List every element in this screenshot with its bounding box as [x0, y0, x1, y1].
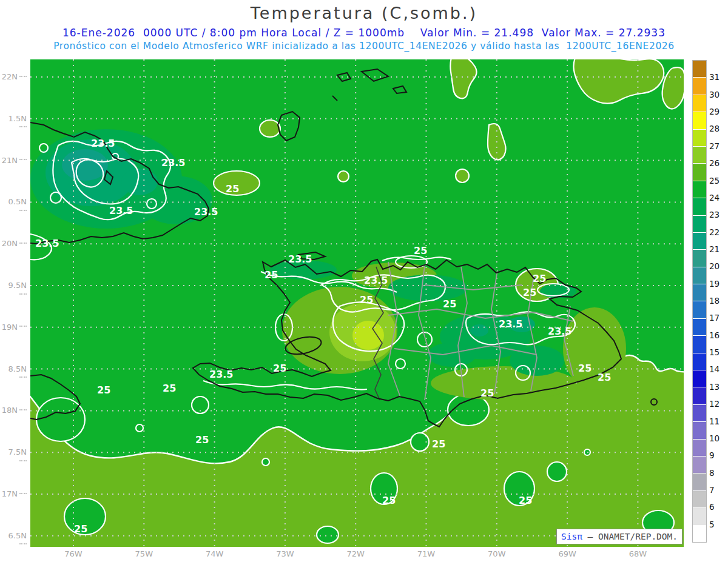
- lat-axis-label: 7.5N: [0, 447, 27, 466]
- lat-axis-label: 9.5N: [0, 281, 27, 299]
- colorbar-cell: [693, 181, 706, 198]
- contour-label: 25: [273, 363, 286, 374]
- watermark-org: – ONAMET/REP.DOM.: [582, 532, 678, 541]
- colorbar-tick-label: 18: [709, 296, 720, 306]
- lat-tick: [19, 409, 27, 413]
- lat-tick: [19, 243, 27, 246]
- colorbar-cell: [693, 215, 706, 232]
- lon-axis-label: 70W: [479, 549, 515, 558]
- contour-label: 25: [382, 495, 396, 506]
- colorbar-tick-label: 26: [709, 158, 720, 168]
- lat-axis-label: 8.5N: [0, 364, 27, 383]
- forecast-map: 23.523.523.523.523.523.523.523.523.523.5…: [0, 0, 728, 562]
- colorbar-cell: [693, 507, 706, 524]
- contour-label: 23.5: [91, 138, 115, 149]
- lon-axis-label: 74W: [197, 549, 233, 558]
- lat-tick: [19, 126, 27, 130]
- lat-axis-label: 21N: [0, 156, 27, 165]
- contour-label: 25: [226, 183, 239, 195]
- colorbar-cell: [693, 456, 706, 473]
- colorbar-tick-label: 12: [709, 399, 720, 409]
- colorbar-cell: [693, 353, 706, 370]
- contour-label: 25: [195, 434, 209, 446]
- colorbar-cell: [693, 404, 706, 421]
- lon-axis-label: 75W: [126, 549, 162, 558]
- contour-label: 25: [443, 298, 456, 310]
- colorbar-tick-label: 28: [709, 124, 720, 133]
- colorbar-cell: [693, 473, 706, 490]
- colorbar-cell: [693, 267, 706, 284]
- contour-label: 25: [265, 269, 278, 281]
- colorbar-tick-label: 22: [709, 227, 720, 237]
- colorbar-tick-label: 7: [709, 485, 715, 495]
- lon-axis-label: 69W: [549, 549, 585, 558]
- colorbar-tick-label: 19: [709, 279, 720, 289]
- colorbar-tick-label: 30: [709, 90, 720, 99]
- colorbar-tick-label: 17: [709, 313, 720, 323]
- colorbar-tick-label: 6: [709, 502, 715, 512]
- colorbar-cell: [693, 232, 706, 249]
- lon-axis-label: 73W: [267, 549, 303, 558]
- contour-label: 23.5: [499, 318, 522, 330]
- colorbar-tick-label: 21: [709, 244, 720, 254]
- lat-axis-label: 19N: [0, 323, 27, 332]
- lon-axis-label: 71W: [408, 549, 445, 558]
- colorbar-cell: [693, 421, 706, 438]
- lat-axis-label: 20N: [0, 239, 27, 248]
- lat-tick: [19, 493, 27, 497]
- colorbar-cell: [693, 77, 706, 94]
- watermark: Sisπ – ONAMET/REP.DOM.: [556, 529, 682, 544]
- colorbar-tick-label: 11: [709, 416, 720, 426]
- colorbar-tick-label: 5: [709, 520, 715, 529]
- contour-label: 25: [414, 245, 427, 256]
- lat-axis-label: 0.5N: [0, 197, 27, 215]
- lat-tick: [19, 210, 27, 213]
- colorbar-tick-label: 24: [709, 193, 720, 202]
- colorbar-cell: [693, 112, 706, 129]
- lat-tick: [19, 460, 27, 464]
- colorbar-cell: [693, 249, 706, 266]
- contour-label: 23.5: [161, 157, 185, 169]
- colorbar-tick-label: 14: [709, 364, 720, 374]
- contour-label: 23.5: [364, 275, 388, 286]
- lat-axis-label: 17N: [0, 489, 27, 498]
- colorbar-cell: [693, 318, 706, 335]
- colorbar-tick-label: 16: [709, 330, 720, 340]
- colorbar-tick-label: 31: [709, 72, 720, 82]
- colorbar-tick-label: 9: [709, 450, 715, 460]
- colorbar-cell: [693, 61, 706, 77]
- contour-label: 25: [432, 438, 445, 450]
- colorbar-tick-label: 20: [709, 261, 720, 271]
- colorbar-cell: [693, 129, 706, 146]
- colorbar-cell: [693, 163, 706, 180]
- colorbar-cell: [693, 95, 706, 112]
- lat-axis-label: 1.5N: [0, 114, 27, 132]
- colorbar-tick-label: 29: [709, 107, 720, 116]
- lat-tick: [19, 159, 27, 162]
- colorbar-cell: [693, 335, 706, 352]
- lat-tick: [19, 543, 27, 547]
- contour-label: 25: [533, 273, 546, 284]
- colorbar-cell: [693, 198, 706, 215]
- weather-map-page: Temperatura (C,somb.) 16-Ene-2026 0000 U…: [0, 0, 728, 562]
- lat-axis-label: 22N: [0, 72, 27, 81]
- lon-axis-label: 72W: [337, 549, 374, 558]
- colorbar-cell: [693, 439, 706, 456]
- lat-axis-label: 18N: [0, 406, 27, 415]
- temperature-colorbar: 3130292827262524232221201918171615141312…: [692, 60, 724, 543]
- contour-label: 25: [360, 294, 373, 306]
- contour-label: 25: [578, 363, 592, 374]
- contour-label: 25: [519, 495, 532, 506]
- contour-label: 25: [74, 523, 87, 535]
- watermark-brand: Sisπ: [561, 532, 582, 541]
- colorbar-cell: [693, 146, 706, 163]
- lon-axis-label: 68W: [619, 549, 656, 558]
- contour-label: 23.5: [288, 253, 312, 265]
- colorbar-cell: [693, 387, 706, 404]
- contour-label: 23.5: [548, 326, 571, 337]
- colorbar-tick-label: 25: [709, 176, 720, 186]
- colorbar-cell: [693, 301, 706, 318]
- colorbar-tick-label: 15: [709, 347, 720, 357]
- lat-tick: [19, 76, 27, 79]
- colorbar-cell: [693, 370, 706, 387]
